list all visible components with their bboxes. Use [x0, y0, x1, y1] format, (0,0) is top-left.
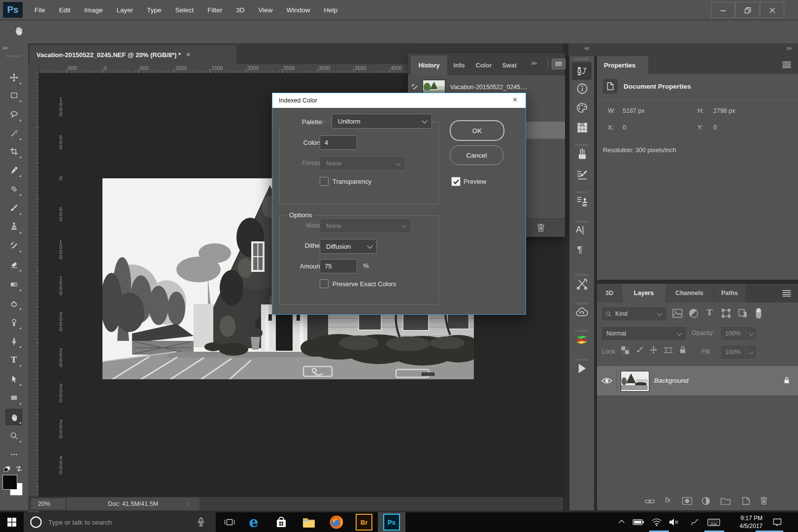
- palette-select[interactable]: Uniform: [332, 114, 432, 129]
- filter-adjustment-layers-icon[interactable]: [689, 308, 698, 320]
- gradient-tool[interactable]: [5, 276, 22, 293]
- move-tool[interactable]: [5, 69, 22, 86]
- menu-item-edit[interactable]: Edit: [52, 6, 77, 14]
- pen-tool[interactable]: [5, 333, 22, 349]
- cortana-search-box[interactable]: Type or talk to search: [24, 512, 216, 532]
- tab-channels[interactable]: Channels: [666, 284, 713, 302]
- brush-tool[interactable]: [5, 200, 22, 216]
- history-panel-menu-button[interactable]: [552, 59, 565, 69]
- tab-paths[interactable]: Paths: [713, 284, 746, 302]
- window-close-button[interactable]: [760, 2, 784, 18]
- microphone-icon[interactable]: [197, 517, 205, 527]
- panel-icon-color[interactable]: [576, 102, 588, 115]
- filter-toggle[interactable]: [755, 307, 763, 321]
- menu-item-file[interactable]: File: [28, 6, 52, 14]
- eraser-tool[interactable]: [5, 257, 22, 273]
- menu-item-layer[interactable]: Layer: [110, 6, 140, 14]
- hand-tool[interactable]: [5, 409, 22, 425]
- layer-name[interactable]: Background: [654, 377, 688, 384]
- toolbar-overflow-chevrons[interactable]: >>: [2, 45, 7, 51]
- document-tab[interactable]: Vacation-20150522_0245.NEF @ 20% (RGB/8*…: [30, 45, 236, 64]
- menu-item-3d[interactable]: 3D: [229, 6, 251, 14]
- dialog-title-bar[interactable]: Indexed Color ✕: [272, 93, 526, 108]
- new-group-folder-icon[interactable]: [720, 497, 731, 507]
- history-brush-source-icon[interactable]: [411, 83, 419, 91]
- tab-properties[interactable]: Properties: [597, 56, 648, 74]
- tab-swatches[interactable]: Swat: [498, 56, 521, 75]
- smudge-tool[interactable]: [5, 295, 22, 311]
- tray-touch-keyboard-icon[interactable]: [707, 519, 720, 528]
- transparency-checkbox[interactable]: [320, 177, 329, 186]
- tab-info[interactable]: Info: [448, 56, 470, 75]
- taskbar-file-explorer-button[interactable]: [295, 512, 323, 532]
- menu-item-select[interactable]: Select: [168, 6, 201, 14]
- tab-3d[interactable]: 3D: [597, 284, 622, 302]
- new-adjustment-layer-icon[interactable]: [701, 497, 710, 507]
- tray-battery-icon[interactable]: [632, 519, 644, 527]
- panel-icon-brush-settings[interactable]: [576, 168, 588, 182]
- layer-thumbnail[interactable]: [621, 371, 649, 392]
- dialog-close-icon[interactable]: ✕: [512, 96, 518, 103]
- layer-filter-kind-select[interactable]: Kind: [601, 306, 667, 321]
- crop-tool[interactable]: [5, 143, 22, 160]
- lock-all-icon[interactable]: [679, 345, 687, 356]
- creative-cloud-icon[interactable]: [575, 306, 589, 320]
- tab-layers[interactable]: Layers: [622, 284, 665, 302]
- new-layer-icon[interactable]: [741, 496, 751, 507]
- tray-windows-ink-icon[interactable]: [691, 518, 699, 528]
- panel-icon-tools[interactable]: [576, 278, 588, 292]
- menu-item-view[interactable]: View: [251, 6, 279, 14]
- history-brush-tool[interactable]: [5, 237, 22, 254]
- start-button[interactable]: [0, 512, 24, 532]
- panel-icon-brushes[interactable]: [576, 148, 588, 161]
- taskbar-bridge-button[interactable]: Br: [350, 512, 378, 532]
- filter-smart-objects-icon[interactable]: [738, 308, 748, 320]
- tray-action-center-icon[interactable]: [772, 518, 782, 528]
- add-mask-icon[interactable]: [682, 497, 693, 507]
- tab-overflow-chevrons[interactable]: >>: [531, 60, 536, 66]
- panel-icon-clone-source[interactable]: [576, 195, 588, 208]
- panel-icon-libraries-colored[interactable]: [575, 334, 588, 348]
- path-selection-tool[interactable]: [5, 371, 22, 387]
- panel-icon-swatches[interactable]: [576, 122, 588, 135]
- taskbar-edge-button[interactable]: e: [240, 512, 267, 532]
- window-restore-button[interactable]: [735, 2, 760, 18]
- filter-pixel-layers-icon[interactable]: [672, 308, 683, 320]
- cancel-button[interactable]: Cancel: [450, 145, 503, 165]
- menu-item-window[interactable]: Window: [279, 6, 317, 14]
- layer-styles-fx-icon[interactable]: fx: [665, 496, 670, 504]
- quick-selection-tool[interactable]: [5, 125, 22, 141]
- panel-icon-info[interactable]: [576, 83, 588, 96]
- taskbar-store-button[interactable]: [267, 512, 295, 532]
- panel-icon-actions-play[interactable]: [577, 363, 587, 376]
- amount-input[interactable]: 75: [320, 259, 357, 273]
- vertical-ruler[interactable]: [28, 73, 39, 526]
- tray-clock[interactable]: 9:17 PM 4/5/2017: [730, 514, 763, 530]
- swap-colors-icon[interactable]: [15, 465, 23, 474]
- tab-history[interactable]: History: [411, 56, 447, 75]
- toolbar-grip[interactable]: [6, 55, 21, 57]
- type-tool[interactable]: T: [5, 352, 22, 368]
- delete-layer-trash-icon[interactable]: [760, 496, 768, 507]
- doc-size-field[interactable]: Doc: 41.5M/41.5M 〉: [66, 498, 200, 510]
- ruler-corner[interactable]: [28, 64, 39, 73]
- tray-wifi-icon[interactable]: [651, 518, 662, 528]
- document-tab-close-icon[interactable]: ✕: [186, 51, 191, 58]
- menu-item-type[interactable]: Type: [140, 6, 168, 14]
- panel-icon-properties[interactable]: [572, 62, 592, 80]
- tab-color[interactable]: Color: [471, 56, 497, 75]
- expand-panels-chevrons[interactable]: >>: [786, 46, 791, 51]
- foreground-color-swatch[interactable]: [2, 475, 17, 490]
- window-minimize-button[interactable]: [711, 2, 735, 18]
- status-chevron-icon[interactable]: 〉: [187, 500, 193, 508]
- layer-lock-icon[interactable]: [783, 376, 790, 386]
- delete-state-button[interactable]: [536, 222, 545, 234]
- lock-image-icon[interactable]: [635, 346, 644, 356]
- tray-show-hidden-icons[interactable]: [618, 518, 626, 527]
- ok-button[interactable]: OK: [450, 120, 504, 141]
- blend-mode-select[interactable]: Normal: [601, 326, 687, 341]
- layers-panel-menu-button[interactable]: [782, 290, 791, 298]
- filter-shape-layers-icon[interactable]: [721, 308, 731, 320]
- colors-input[interactable]: 4: [320, 135, 357, 150]
- properties-panel-menu-button[interactable]: [782, 61, 791, 69]
